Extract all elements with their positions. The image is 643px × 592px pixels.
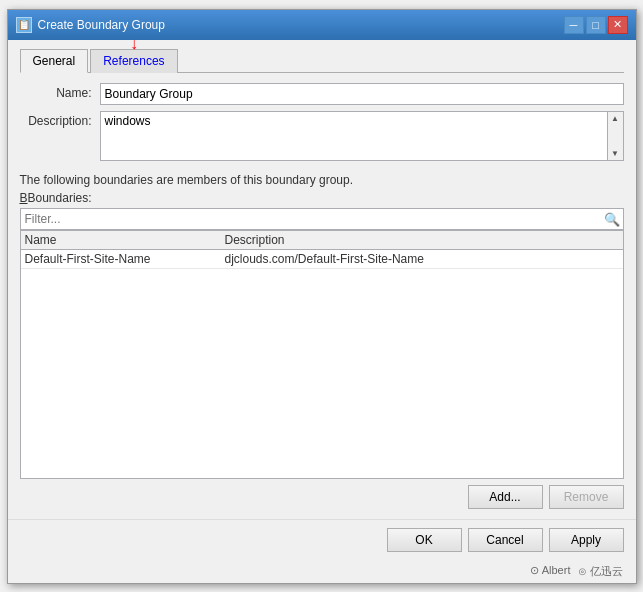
table-header: Name Description	[21, 231, 623, 250]
boundaries-label: BBoundaries:	[20, 191, 624, 205]
title-bar-left: 📋 Create Boundary Group	[16, 17, 165, 33]
scroll-up-arrow[interactable]: ▲	[609, 112, 621, 125]
cell-name: Default-First-Site-Name	[25, 252, 225, 266]
create-boundary-group-dialog: 📋 Create Boundary Group ─ □ ✕ General ↓ …	[7, 9, 637, 584]
name-input[interactable]	[100, 83, 624, 105]
arrow-indicator: ↓	[130, 36, 138, 52]
filter-input[interactable]	[20, 208, 624, 230]
name-label: Name:	[20, 83, 100, 100]
tab-bar: General ↓ References	[20, 48, 624, 73]
dialog-title: Create Boundary Group	[38, 18, 165, 32]
tab-general[interactable]: General	[20, 49, 89, 73]
title-bar: 📋 Create Boundary Group ─ □ ✕	[8, 10, 636, 40]
minimize-button[interactable]: ─	[564, 16, 584, 34]
search-icon: 🔍	[604, 211, 620, 226]
info-text: The following boundaries are members of …	[20, 173, 624, 187]
maximize-button[interactable]: □	[586, 16, 606, 34]
watermark-albert: ⊙ Albert	[530, 564, 570, 579]
remove-button[interactable]: Remove	[549, 485, 624, 509]
action-buttons: Add... Remove	[20, 485, 624, 509]
cell-description: djclouds.com/Default-First-Site-Name	[225, 252, 619, 266]
apply-button[interactable]: Apply	[549, 528, 624, 552]
table-row[interactable]: Default-First-Site-Name djclouds.com/Def…	[21, 250, 623, 269]
b-underline: B	[20, 191, 28, 205]
description-wrapper: windows ▲ ▼	[100, 111, 624, 161]
boundaries-table: Name Description Default-First-Site-Name…	[20, 230, 624, 479]
dialog-content: General ↓ References Name: Description: …	[8, 40, 636, 519]
col-header-description: Description	[225, 233, 619, 247]
dialog-icon: 📋	[16, 17, 32, 33]
description-row: Description: windows ▲ ▼	[20, 111, 624, 161]
watermark-yisu: ⊙ 亿迅云	[578, 564, 623, 579]
watermark: ⊙ Albert ⊙ 亿迅云	[8, 560, 636, 583]
dialog-footer: OK Cancel Apply	[8, 519, 636, 560]
scroll-down-arrow[interactable]: ▼	[609, 147, 621, 160]
filter-wrapper: 🔍	[20, 208, 624, 230]
col-header-name: Name	[25, 233, 225, 247]
description-label: Description:	[20, 111, 100, 128]
scrollbar: ▲ ▼	[608, 111, 624, 161]
description-textarea[interactable]: windows	[100, 111, 608, 161]
tab-references[interactable]: ↓ References	[90, 49, 177, 73]
ok-button[interactable]: OK	[387, 528, 462, 552]
name-row: Name:	[20, 83, 624, 105]
close-button[interactable]: ✕	[608, 16, 628, 34]
add-button[interactable]: Add...	[468, 485, 543, 509]
cancel-button[interactable]: Cancel	[468, 528, 543, 552]
table-body: Default-First-Site-Name djclouds.com/Def…	[21, 250, 623, 478]
window-controls: ─ □ ✕	[564, 16, 628, 34]
